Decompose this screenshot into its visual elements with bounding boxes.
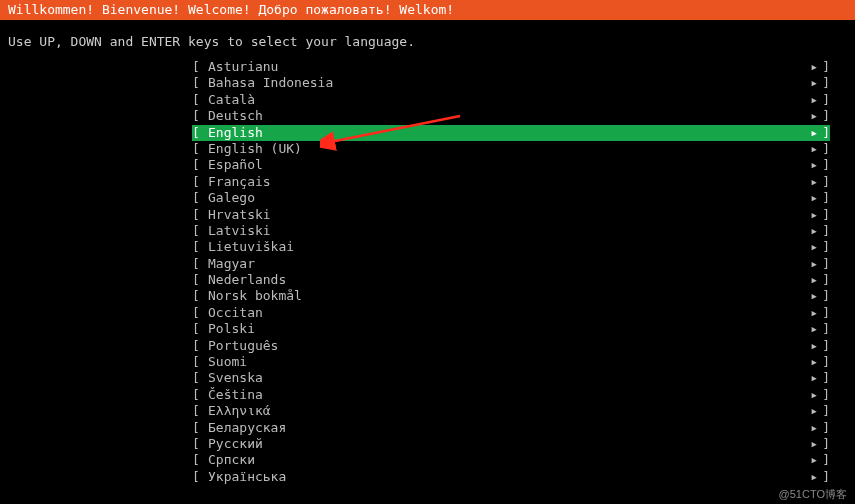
right-bracket: ] <box>818 403 830 419</box>
right-bracket: ] <box>818 92 830 108</box>
left-bracket: [ <box>192 403 208 419</box>
left-bracket: [ <box>192 420 208 436</box>
chevron-right-icon: ▸ <box>800 370 818 386</box>
language-label: Ελληνικά <box>208 403 800 419</box>
language-label: Norsk bokmål <box>208 288 800 304</box>
right-bracket: ] <box>818 157 830 173</box>
chevron-right-icon: ▸ <box>800 174 818 190</box>
language-list[interactable]: [ Asturianu▸][ Bahasa Indonesia▸][ Catal… <box>0 59 855 485</box>
language-item[interactable]: [ Русский▸] <box>192 436 830 452</box>
chevron-right-icon: ▸ <box>800 239 818 255</box>
left-bracket: [ <box>192 75 208 91</box>
chevron-right-icon: ▸ <box>800 354 818 370</box>
language-label: Bahasa Indonesia <box>208 75 800 91</box>
right-bracket: ] <box>818 108 830 124</box>
language-label: Čeština <box>208 387 800 403</box>
language-item[interactable]: [ Ελληνικά▸] <box>192 403 830 419</box>
language-item[interactable]: [ Norsk bokmål▸] <box>192 288 830 304</box>
left-bracket: [ <box>192 125 208 141</box>
left-bracket: [ <box>192 239 208 255</box>
language-item[interactable]: [ Lietuviškai▸] <box>192 239 830 255</box>
language-item[interactable]: [ Bahasa Indonesia▸] <box>192 75 830 91</box>
left-bracket: [ <box>192 141 208 157</box>
chevron-right-icon: ▸ <box>800 272 818 288</box>
header-title: Willkommen! Bienvenue! Welcome! Добро по… <box>8 2 454 17</box>
language-item[interactable]: [ English (UK)▸] <box>192 141 830 157</box>
language-item[interactable]: [ Português▸] <box>192 338 830 354</box>
right-bracket: ] <box>818 239 830 255</box>
chevron-right-icon: ▸ <box>800 108 818 124</box>
right-bracket: ] <box>818 469 830 485</box>
left-bracket: [ <box>192 223 208 239</box>
language-item[interactable]: [ Magyar▸] <box>192 256 830 272</box>
language-item[interactable]: [ Occitan▸] <box>192 305 830 321</box>
language-label: Српски <box>208 452 800 468</box>
language-item[interactable]: [ Català▸] <box>192 92 830 108</box>
language-item[interactable]: [ Polski▸] <box>192 321 830 337</box>
language-item[interactable]: [ Suomi▸] <box>192 354 830 370</box>
language-item[interactable]: [ Српски▸] <box>192 452 830 468</box>
right-bracket: ] <box>818 305 830 321</box>
right-bracket: ] <box>818 207 830 223</box>
left-bracket: [ <box>192 174 208 190</box>
header-bar: Willkommen! Bienvenue! Welcome! Добро по… <box>0 0 855 20</box>
chevron-right-icon: ▸ <box>800 305 818 321</box>
right-bracket: ] <box>818 338 830 354</box>
language-item[interactable]: [ Français▸] <box>192 174 830 190</box>
chevron-right-icon: ▸ <box>800 190 818 206</box>
chevron-right-icon: ▸ <box>800 141 818 157</box>
left-bracket: [ <box>192 387 208 403</box>
language-label: Polski <box>208 321 800 337</box>
right-bracket: ] <box>818 420 830 436</box>
language-item[interactable]: [ Hrvatski▸] <box>192 207 830 223</box>
language-item[interactable]: [ Español▸] <box>192 157 830 173</box>
left-bracket: [ <box>192 157 208 173</box>
right-bracket: ] <box>818 174 830 190</box>
chevron-right-icon: ▸ <box>800 403 818 419</box>
left-bracket: [ <box>192 256 208 272</box>
language-item[interactable]: [ Nederlands▸] <box>192 272 830 288</box>
left-bracket: [ <box>192 338 208 354</box>
right-bracket: ] <box>818 370 830 386</box>
chevron-right-icon: ▸ <box>800 321 818 337</box>
language-item[interactable]: [ English▸] <box>192 125 830 141</box>
language-label: Svenska <box>208 370 800 386</box>
right-bracket: ] <box>818 272 830 288</box>
language-label: English <box>208 125 800 141</box>
language-label: Українська <box>208 469 800 485</box>
right-bracket: ] <box>818 452 830 468</box>
right-bracket: ] <box>818 190 830 206</box>
left-bracket: [ <box>192 59 208 75</box>
language-label: Русский <box>208 436 800 452</box>
chevron-right-icon: ▸ <box>800 59 818 75</box>
language-label: Português <box>208 338 800 354</box>
language-item[interactable]: [ Čeština▸] <box>192 387 830 403</box>
left-bracket: [ <box>192 436 208 452</box>
left-bracket: [ <box>192 370 208 386</box>
right-bracket: ] <box>818 141 830 157</box>
left-bracket: [ <box>192 288 208 304</box>
language-item[interactable]: [ Svenska▸] <box>192 370 830 386</box>
watermark: @51CTO博客 <box>779 487 847 502</box>
left-bracket: [ <box>192 469 208 485</box>
chevron-right-icon: ▸ <box>800 75 818 91</box>
language-item[interactable]: [ Deutsch▸] <box>192 108 830 124</box>
chevron-right-icon: ▸ <box>800 256 818 272</box>
chevron-right-icon: ▸ <box>800 436 818 452</box>
language-item[interactable]: [ Asturianu▸] <box>192 59 830 75</box>
left-bracket: [ <box>192 207 208 223</box>
right-bracket: ] <box>818 75 830 91</box>
language-item[interactable]: [ Українська▸] <box>192 469 830 485</box>
chevron-right-icon: ▸ <box>800 387 818 403</box>
left-bracket: [ <box>192 190 208 206</box>
left-bracket: [ <box>192 354 208 370</box>
language-item[interactable]: [ Galego▸] <box>192 190 830 206</box>
language-item[interactable]: [ Latviski▸] <box>192 223 830 239</box>
right-bracket: ] <box>818 354 830 370</box>
language-label: Беларуская <box>208 420 800 436</box>
language-label: Hrvatski <box>208 207 800 223</box>
language-item[interactable]: [ Беларуская▸] <box>192 420 830 436</box>
language-label: Català <box>208 92 800 108</box>
chevron-right-icon: ▸ <box>800 338 818 354</box>
chevron-right-icon: ▸ <box>800 92 818 108</box>
